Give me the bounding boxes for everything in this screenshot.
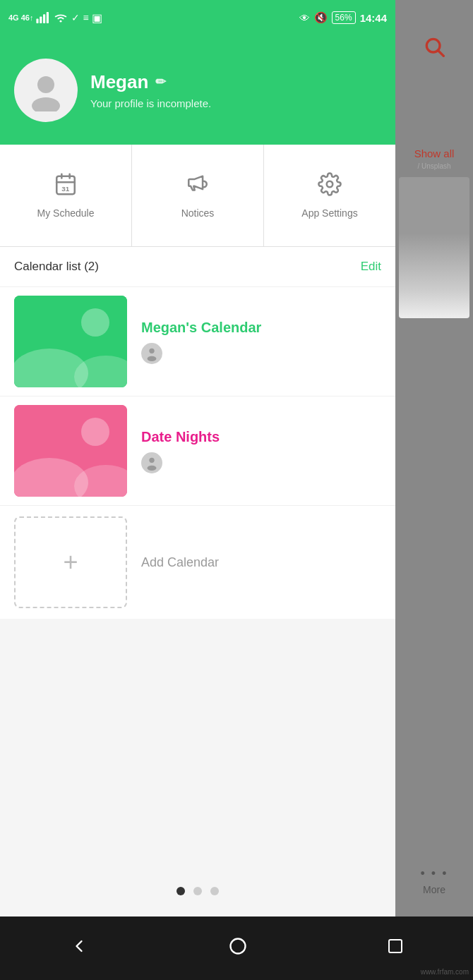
calendar-list-header: Calendar list (2) Edit: [0, 247, 395, 286]
wifi-icon: [53, 12, 68, 23]
mute-icon: 🔇: [314, 11, 328, 24]
svg-point-26: [148, 465, 157, 470]
list-item[interactable]: Date Nights: [0, 396, 395, 505]
background-image: [399, 177, 469, 318]
svg-point-25: [149, 457, 154, 462]
data-icon: ≡: [83, 12, 88, 23]
user-name: Megan: [90, 71, 148, 93]
pagination-dots: [0, 887, 395, 895]
svg-rect-4: [43, 14, 45, 23]
avatar[interactable]: [14, 59, 78, 122]
eye-icon: 👁: [299, 12, 310, 24]
calendar-owner-avatar: [141, 452, 162, 473]
back-button[interactable]: [69, 936, 89, 961]
add-calendar-thumbnail: +: [14, 516, 127, 608]
tab-my-schedule[interactable]: 31 My Schedule: [0, 145, 132, 246]
svg-point-20: [148, 356, 157, 361]
right-panel: Show all / Unsplash • • • More: [395, 0, 473, 980]
svg-point-7: [37, 76, 54, 93]
status-bar: 4G 46↑ ✓ ≡ ▣ 👁 🔇 56% 14:44: [0, 0, 395, 35]
list-item[interactable]: Megan's Calendar: [0, 286, 395, 396]
calendar-section: Calendar list (2) Edit Megan's Calendar: [0, 247, 395, 619]
svg-rect-2: [37, 19, 39, 23]
svg-text:31: 31: [61, 185, 70, 193]
time-display: 14:44: [360, 12, 387, 24]
more-dots-icon: • • •: [421, 866, 448, 881]
bottom-nav: [0, 917, 473, 980]
status-left: 4G 46↑ ✓ ≡ ▣: [8, 11, 102, 25]
profile-subtitle: Your profile is incomplete.: [90, 97, 211, 109]
edit-profile-icon[interactable]: ✏: [155, 74, 166, 90]
profile-name-row: Megan ✏: [90, 71, 211, 93]
tab-my-schedule-label: My Schedule: [37, 207, 95, 219]
plus-icon: +: [63, 548, 78, 577]
tab-app-settings[interactable]: App Settings: [264, 145, 395, 246]
svg-point-14: [327, 181, 333, 188]
profile-header: Megan ✏ Your profile is incomplete.: [0, 35, 395, 145]
tab-app-settings-label: App Settings: [301, 207, 357, 219]
pagination-dot-2[interactable]: [193, 887, 202, 895]
media-icon: ▣: [92, 11, 102, 25]
nav-tabs: 31 My Schedule Notices App Settings: [0, 145, 395, 247]
more-label[interactable]: More: [423, 884, 445, 895]
calendar-item-info: Date Nights: [141, 429, 220, 473]
svg-rect-5: [47, 12, 49, 23]
add-calendar-label: Add Calendar: [141, 555, 219, 570]
watermark: www.frfam.com: [421, 968, 469, 976]
megaphone-icon: [186, 172, 210, 202]
calendar-thumbnail-pink: [14, 405, 127, 497]
svg-point-19: [149, 348, 154, 353]
svg-line-1: [438, 51, 443, 56]
svg-point-27: [230, 938, 245, 953]
calendar-icon: 31: [54, 172, 78, 202]
svg-point-22: [81, 418, 109, 446]
calendar-name: Megan's Calendar: [141, 320, 261, 336]
gear-icon: [318, 172, 342, 202]
tab-notices-label: Notices: [181, 207, 215, 219]
sync-icon: ✓: [71, 12, 80, 23]
status-right: 👁 🔇 56% 14:44: [299, 11, 387, 24]
recent-apps-button[interactable]: [387, 937, 404, 960]
svg-rect-28: [389, 940, 402, 952]
unsplash-credit: / Unsplash: [417, 162, 450, 170]
show-all-button[interactable]: Show all: [414, 147, 455, 159]
calendar-owner-avatar: [141, 343, 162, 364]
pagination-dot-3[interactable]: [210, 887, 219, 895]
edit-button[interactable]: Edit: [361, 260, 381, 274]
svg-point-8: [32, 97, 60, 111]
right-bottom-section: • • • More: [421, 866, 448, 895]
search-icon[interactable]: [423, 35, 445, 63]
calendar-item-info: Megan's Calendar: [141, 320, 261, 364]
network-indicator: 4G 46↑: [8, 13, 33, 22]
signal-icon: [36, 12, 50, 23]
tab-notices[interactable]: Notices: [132, 145, 264, 246]
battery-indicator: 56%: [332, 11, 356, 24]
svg-point-16: [81, 308, 109, 337]
add-calendar-item[interactable]: + Add Calendar: [0, 505, 395, 619]
pagination-dot-1[interactable]: [176, 887, 185, 895]
calendar-thumbnail-green: [14, 296, 127, 387]
calendar-list-title: Calendar list (2): [14, 260, 99, 274]
profile-info: Megan ✏ Your profile is incomplete.: [90, 71, 211, 109]
calendar-name: Date Nights: [141, 429, 220, 445]
svg-rect-3: [40, 16, 42, 23]
home-button[interactable]: [228, 936, 248, 961]
svg-point-6: [60, 20, 62, 23]
